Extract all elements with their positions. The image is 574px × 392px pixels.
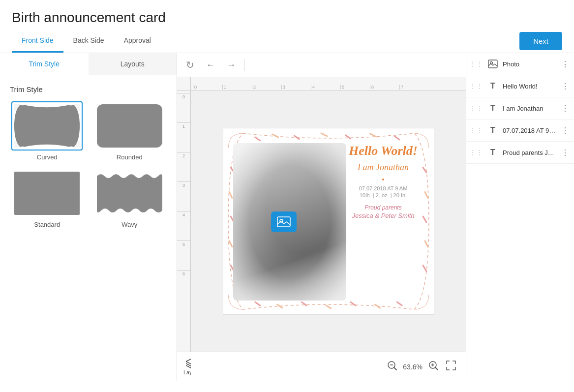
- panel-tab-trim-style[interactable]: Trim Style: [0, 53, 89, 75]
- svg-line-36: [435, 367, 438, 370]
- svg-line-5: [272, 134, 278, 137]
- layer-item-parents[interactable]: ⋮⋮ T Proud parents Jessi... ⋮: [466, 142, 574, 164]
- card-text-area: Hello World! I am Jonathan • 07.07.2018 …: [338, 143, 429, 219]
- next-button[interactable]: Next: [519, 32, 562, 50]
- layer-more-jonathan[interactable]: ⋮: [559, 103, 571, 114]
- trim-item-rounded[interactable]: Rounded: [92, 101, 167, 161]
- trim-item-curved[interactable]: Curved: [10, 101, 85, 161]
- history-button[interactable]: ↻: [183, 57, 197, 73]
- card-weight: 10lb. | 2. oz. | 20 In.: [338, 192, 429, 198]
- card-hello-world: Hello World!: [338, 143, 429, 158]
- v-tick-5: 5: [177, 241, 190, 270]
- svg-line-21: [229, 241, 232, 247]
- panel-tab-layouts[interactable]: Layouts: [89, 53, 177, 75]
- zoom-in-button[interactable]: [426, 359, 440, 375]
- card-parents-label: Proud parents: [338, 204, 429, 211]
- v-tick-3: 3: [177, 181, 190, 211]
- tab-front-side[interactable]: Front Side: [12, 30, 63, 53]
- layer-item-photo[interactable]: ⋮⋮ Photo ⋮: [466, 53, 574, 75]
- svg-line-13: [302, 302, 306, 305]
- trim-item-standard[interactable]: Standard: [10, 169, 85, 228]
- trim-preview-wavy: [94, 169, 165, 218]
- trim-label-curved: Curved: [37, 153, 58, 161]
- wavy-shape-svg: [97, 172, 162, 215]
- fullscreen-button[interactable]: [444, 359, 458, 375]
- zoom-out-icon: [387, 361, 397, 370]
- layer-drag-handle[interactable]: ⋮⋮: [469, 82, 483, 90]
- main-tabs: Front Side Back Side Approval: [12, 30, 161, 53]
- layers-panel: ⋮⋮ Photo ⋮ ⋮⋮ T Hello World! ⋮ ⋮⋮: [466, 53, 574, 381]
- text-type-icon: T: [490, 104, 495, 113]
- svg-line-27: [423, 266, 426, 271]
- tab-approval[interactable]: Approval: [114, 30, 161, 53]
- card-photo-area[interactable]: [233, 143, 346, 301]
- svg-line-6: [294, 136, 299, 139]
- h-tick-2: 2: [252, 85, 281, 90]
- editor-workspace: 0 1 2 3 4 5 6 7 0 1 2 3 4 5: [177, 77, 466, 381]
- photo-upload-overlay[interactable]: [271, 211, 297, 232]
- svg-line-19: [229, 192, 232, 198]
- svg-line-4: [255, 137, 260, 141]
- panel-tabs: Trim Style Layouts: [0, 53, 177, 75]
- layer-drag-handle[interactable]: ⋮⋮: [469, 149, 483, 156]
- svg-rect-37: [488, 60, 497, 68]
- page-title: Birth announcement card: [12, 10, 562, 26]
- layer-drag-handle[interactable]: ⋮⋮: [469, 126, 483, 134]
- svg-line-15: [350, 302, 355, 305]
- redo-button[interactable]: →: [224, 58, 239, 72]
- layer-more-date[interactable]: ⋮: [559, 125, 571, 136]
- text-type-icon: T: [490, 82, 495, 90]
- h-tick-6: 6: [370, 85, 399, 90]
- h-tick-7: 7: [399, 85, 429, 90]
- panel-content: Trim Style: [0, 75, 177, 381]
- layer-more-hello-world[interactable]: ⋮: [559, 81, 571, 92]
- photo-upload-icon: [277, 216, 291, 227]
- layer-item-hello-world[interactable]: ⋮⋮ T Hello World! ⋮: [466, 75, 574, 97]
- svg-line-17: [397, 302, 402, 305]
- tabs-bar: Front Side Back Side Approval Next: [0, 30, 574, 53]
- curved-shape-svg: [14, 104, 80, 148]
- v-tick-2: 2: [177, 152, 190, 181]
- v-tick-0: 0: [177, 93, 190, 122]
- text-type-icon: T: [490, 148, 495, 157]
- text-type-icon: T: [490, 126, 495, 135]
- trim-style-title: Trim Style: [10, 85, 167, 93]
- trim-style-grid: Curved Rounded Standard: [10, 101, 167, 228]
- h-tick-4: 4: [311, 85, 340, 90]
- layer-item-jonathan[interactable]: ⋮⋮ T I am Jonathan ⋮: [466, 97, 574, 120]
- layer-more-photo[interactable]: ⋮: [559, 59, 571, 70]
- svg-line-12: [277, 304, 282, 308]
- ruler-horizontal: 0 1 2 3 4 5 6 7: [191, 77, 466, 91]
- left-panel: Trim Style Layouts Trim Style: [0, 53, 177, 381]
- undo-button[interactable]: ←: [203, 58, 218, 72]
- h-tick-3: 3: [281, 85, 311, 90]
- svg-line-7: [321, 133, 327, 136]
- card-dot: •: [338, 176, 429, 183]
- status-bar: 63.6%: [191, 352, 466, 381]
- svg-line-10: [394, 136, 399, 140]
- layer-item-date[interactable]: ⋮⋮ T 07.07.2018 AT 9 AM ... ⋮: [466, 120, 574, 142]
- svg-line-32: [394, 367, 396, 370]
- layer-drag-handle[interactable]: ⋮⋮: [469, 104, 483, 112]
- layer-drag-handle[interactable]: ⋮⋮: [469, 60, 483, 68]
- ruler-corner: [177, 77, 191, 91]
- layer-icon-text-3: T: [486, 123, 500, 137]
- tab-back-side[interactable]: Back Side: [63, 30, 114, 53]
- card-canvas[interactable]: Hello World! I am Jonathan • 07.07.2018 …: [223, 128, 434, 315]
- editor-toolbar: ↻ ← →: [177, 53, 466, 77]
- trim-label-rounded: Rounded: [117, 153, 143, 161]
- layer-name-date: 07.07.2018 AT 9 AM ...: [503, 127, 556, 134]
- zoom-out-button[interactable]: [385, 359, 399, 375]
- svg-line-16: [375, 304, 380, 308]
- main-content: Trim Style Layouts Trim Style: [0, 53, 574, 381]
- h-tick-1: 1: [222, 85, 252, 90]
- editor-area: ↻ ← → 0 1 2 3 4 5 6 7: [177, 53, 466, 381]
- card-inner: Hello World! I am Jonathan • 07.07.2018 …: [223, 128, 434, 314]
- toolbar-divider: [244, 59, 245, 71]
- canvas-area[interactable]: Hello World! I am Jonathan • 07.07.2018 …: [191, 91, 466, 352]
- layer-more-parents[interactable]: ⋮: [559, 147, 571, 158]
- layer-icon-text-1: T: [486, 79, 500, 93]
- layer-icon-text-4: T: [486, 146, 500, 159]
- h-tick-5: 5: [340, 85, 370, 90]
- trim-item-wavy[interactable]: Wavy: [92, 169, 167, 228]
